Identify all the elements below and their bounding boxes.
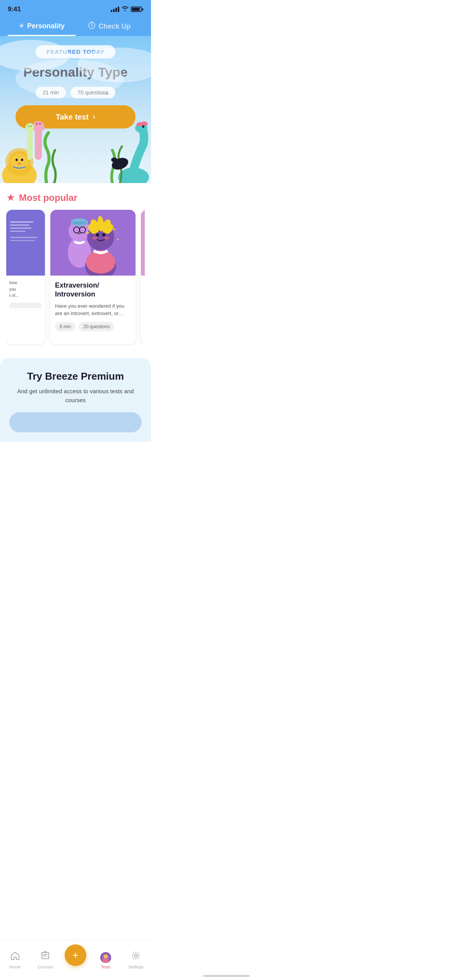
svg-point-3: [5, 148, 33, 176]
card-extraversion-body: Extraversion/Introversion Have you ever …: [50, 276, 136, 337]
premium-cta-button[interactable]: [9, 412, 142, 432]
svg-point-24: [111, 158, 117, 162]
hero-animals: [0, 121, 151, 183]
card-extraversion-title: Extraversion/Introversion: [55, 281, 131, 299]
card-partial-badge: [9, 303, 42, 308]
svg-point-2: [9, 151, 30, 173]
hero-section: FEATURED TODAY Personality Type 21 min 7…: [0, 36, 151, 183]
personality-icon: ✳: [19, 22, 24, 30]
svg-rect-31: [10, 240, 35, 241]
svg-rect-29: [10, 231, 26, 232]
tab-personality[interactable]: ✳ Personality: [8, 16, 76, 36]
wifi-icon: [122, 6, 129, 13]
svg-point-49: [104, 236, 109, 240]
signal-icon: [111, 7, 119, 12]
svg-rect-55: [141, 210, 145, 276]
card-extraversion-duration: 6 min: [55, 322, 76, 331]
svg-text:✦: ✦: [112, 227, 116, 232]
svg-rect-8: [35, 125, 42, 160]
svg-point-19: [142, 125, 144, 128]
card-temperament[interactable]: TemperamentType Are you choleric, sangui…: [141, 210, 145, 344]
tab-checkup[interactable]: Check Up: [76, 16, 143, 36]
star-icon: ★: [6, 192, 15, 204]
svg-rect-35: [72, 221, 86, 224]
tab-checkup-label: Check Up: [98, 22, 130, 31]
svg-rect-28: [10, 228, 31, 229]
svg-point-48: [92, 236, 98, 240]
svg-point-21: [141, 121, 148, 126]
svg-point-17: [118, 168, 149, 183]
take-test-label: Take test: [56, 113, 89, 122]
card-extraversion-meta: 6 min 20 questions: [55, 322, 131, 331]
most-popular-title: Most popular: [19, 192, 77, 203]
status-bar: 9:41: [0, 0, 151, 16]
svg-point-46: [96, 233, 99, 236]
svg-rect-27: [10, 224, 29, 226]
take-test-button-container: Take test ›: [15, 105, 136, 128]
premium-title: Try Breeze Premium: [9, 370, 142, 382]
take-test-arrow: ›: [93, 112, 95, 122]
battery-icon: [131, 7, 143, 12]
card-extraversion[interactable]: ✦ ✦ ✦ Extraversion/Introversion Have you…: [50, 210, 136, 344]
svg-point-47: [102, 233, 105, 236]
svg-point-18: [135, 123, 148, 133]
svg-point-23: [110, 156, 130, 171]
card-extraversion-image: ✦ ✦ ✦: [50, 210, 136, 276]
card-partial[interactable]: howyout of...: [6, 210, 45, 344]
svg-rect-25: [6, 210, 45, 276]
svg-rect-30: [10, 237, 37, 238]
svg-point-5: [15, 159, 18, 161]
card-temperament-body: TemperamentType Are you choleric, sangui…: [141, 276, 145, 344]
card-extraversion-questions: 20 questions: [79, 322, 114, 331]
card-temperament-image: [141, 210, 145, 276]
premium-section: Try Breeze Premium And get unlimited acc…: [0, 358, 151, 442]
card-extraversion-desc: Have you ever wondered if you are an int…: [55, 302, 131, 317]
most-popular-header: ★ Most popular: [6, 192, 145, 204]
svg-point-4: [11, 153, 28, 170]
top-tab-bar: ✳ Personality Check Up: [0, 16, 151, 36]
tab-personality-label: Personality: [27, 22, 65, 30]
svg-point-7: [17, 163, 21, 165]
svg-text:✦: ✦: [116, 237, 119, 242]
svg-rect-13: [27, 129, 33, 160]
most-popular-section: ★ Most popular how: [0, 183, 151, 352]
status-icons: [111, 6, 143, 13]
checkup-icon: [88, 22, 96, 31]
svg-point-1: [2, 162, 37, 183]
svg-text:✦: ✦: [85, 230, 90, 236]
svg-point-22: [141, 122, 144, 125]
card-partial-image: [6, 210, 45, 276]
svg-rect-26: [10, 221, 33, 223]
svg-point-6: [21, 159, 23, 161]
take-test-button[interactable]: Take test ›: [15, 105, 136, 128]
cards-scroll: howyout of...: [6, 210, 145, 346]
status-time: 9:41: [8, 5, 21, 13]
premium-desc: And get unlimited access to various test…: [9, 387, 142, 404]
svg-point-20: [136, 122, 143, 127]
card-partial-desc: howyout of...: [9, 279, 42, 299]
